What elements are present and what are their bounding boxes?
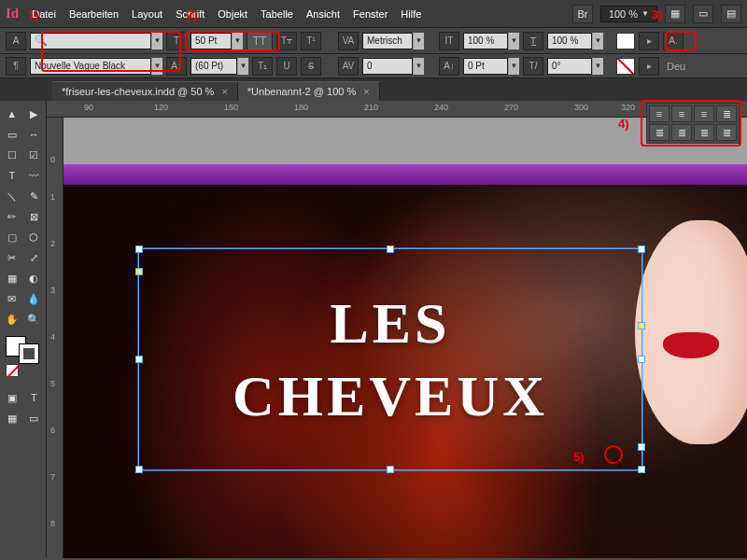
justify-left-icon[interactable]: ≣ — [649, 124, 669, 141]
note-tool-icon[interactable]: ✉ — [2, 289, 22, 308]
hand-tool-icon[interactable]: ✋ — [2, 310, 22, 329]
skew-arrow[interactable]: ▼ — [592, 58, 603, 75]
all-caps-button[interactable]: TT — [247, 32, 273, 50]
align-right-icon[interactable]: ≡ — [694, 105, 714, 122]
vscale-field[interactable]: 100 % — [463, 33, 508, 49]
doc-tab-1[interactable]: *friseur-les-cheveux.indd @ 50 %× — [52, 81, 238, 101]
underline-icon[interactable]: U — [276, 57, 297, 76]
zoom-tool-icon[interactable]: 🔍 — [24, 310, 45, 329]
frame-handle[interactable] — [135, 245, 143, 253]
rectangle-tool-icon[interactable]: ▢ — [2, 228, 22, 246]
close-tab-icon[interactable]: × — [221, 86, 227, 97]
type-on-path-icon[interactable]: 〰 — [24, 166, 45, 185]
frame-handle[interactable] — [135, 466, 143, 473]
text-frame[interactable]: LES CHEVEUX — [138, 248, 642, 470]
type-tool-icon[interactable]: T — [2, 166, 22, 185]
content-placer-icon[interactable]: ☑ — [24, 146, 45, 164]
stroke-color-swatch[interactable] — [616, 58, 635, 75]
char-formats-icon[interactable]: A. — [663, 32, 684, 50]
in-port[interactable] — [135, 268, 143, 275]
zoom-level[interactable]: 100 %▼ — [600, 6, 657, 22]
pasteboard[interactable]: LES CHEVEUX — [63, 118, 747, 558]
apply-color-icon[interactable]: ▣ — [2, 388, 22, 407]
scissors-tool-icon[interactable]: ✂ — [2, 248, 22, 267]
pen-tool-icon[interactable]: ✎ — [24, 187, 45, 205]
paragraph-mode-icon[interactable]: ¶ — [6, 57, 26, 76]
small-caps-icon[interactable]: Tᴛ — [276, 32, 297, 50]
hscale-arrow[interactable]: ▼ — [592, 33, 603, 49]
eyedropper-tool-icon[interactable]: 💧 — [24, 289, 45, 308]
menu-objekt[interactable]: Objekt — [218, 8, 247, 20]
fill-color-swatch[interactable] — [616, 33, 635, 49]
menu-fenster[interactable]: Fenster — [353, 8, 388, 20]
preview-view-icon[interactable]: ▭ — [24, 409, 45, 427]
page-tool-icon[interactable]: ▭ — [2, 125, 22, 144]
leading-arrow[interactable]: ▼ — [237, 58, 248, 75]
justify-right-icon[interactable]: ≣ — [694, 124, 714, 141]
character-mode-icon[interactable]: A — [6, 32, 26, 50]
menu-ansicht[interactable]: Ansicht — [306, 8, 340, 20]
skew-field[interactable]: 0° — [547, 58, 592, 75]
fill-flyout-icon[interactable]: ▸ — [639, 32, 659, 50]
document-page[interactable]: LES CHEVEUX — [63, 164, 747, 558]
fill-stroke-swatch[interactable] — [6, 336, 39, 364]
subscript-icon[interactable]: T₁ — [252, 57, 273, 76]
menu-layout[interactable]: Layout — [132, 8, 162, 20]
out-port[interactable] — [638, 443, 645, 451]
justify-all-icon[interactable]: ≣ — [716, 105, 737, 122]
language-label[interactable]: Deu — [667, 61, 685, 72]
view-options-icon[interactable]: ▦ — [665, 5, 685, 23]
align-left-icon[interactable]: ≡ — [649, 105, 669, 122]
tracking-field[interactable]: 0 — [362, 58, 413, 75]
font-style-arrow[interactable]: ▼ — [151, 58, 162, 75]
font-family-field[interactable]: 🔍Nouvelle Vague — [30, 33, 151, 49]
vscale-arrow[interactable]: ▼ — [508, 33, 519, 49]
canvas-area[interactable]: 90 120 150 180 210 240 270 300 320 350 0… — [47, 101, 747, 558]
doc-tab-2[interactable]: *Unbenannt-2 @ 100 %× — [238, 81, 380, 101]
ruler-horizontal[interactable]: 90 120 150 180 210 240 270 300 320 350 — [47, 101, 747, 118]
baseline-field[interactable]: 0 Pt — [463, 58, 508, 75]
menu-hilfe[interactable]: Hilfe — [401, 8, 421, 20]
free-transform-icon[interactable]: ⤢ — [24, 248, 45, 267]
normal-view-icon[interactable]: ▦ — [2, 409, 22, 427]
align-center-icon[interactable]: ≡ — [671, 105, 692, 122]
selection-tool-icon[interactable]: ▲ — [2, 105, 22, 123]
rectangle-frame-icon[interactable]: ⊠ — [24, 207, 45, 226]
font-style-field[interactable]: Nouvelle Vague Black — [30, 58, 151, 75]
frame-handle[interactable] — [638, 245, 645, 253]
menu-bearbeiten[interactable]: Bearbeiten — [69, 8, 119, 20]
font-size-field[interactable]: 50 Pt — [190, 33, 232, 49]
justify-center-icon[interactable]: ≣ — [671, 124, 692, 141]
text-content[interactable]: LES CHEVEUX — [139, 249, 641, 469]
pencil-tool-icon[interactable]: ✏ — [2, 207, 22, 226]
line-tool-icon[interactable]: ＼ — [2, 187, 22, 205]
kerning-field[interactable]: Metrisch — [362, 33, 413, 49]
frame-handle[interactable] — [387, 466, 394, 473]
strikethrough-icon[interactable]: S̶ — [301, 57, 321, 76]
leading-field[interactable]: (60 Pt) — [190, 58, 237, 75]
direct-selection-tool-icon[interactable]: ▶ — [24, 105, 45, 123]
screen-mode-icon[interactable]: ▭ — [693, 5, 713, 23]
ruler-vertical[interactable]: 0 1 2 3 4 5 6 7 8 — [47, 118, 63, 558]
frame-handle[interactable] — [135, 356, 143, 363]
font-size-arrow[interactable]: ▼ — [232, 33, 243, 49]
stroke-flyout-icon[interactable]: ▸ — [639, 57, 659, 76]
polygon-tool-icon[interactable]: ⬡ — [24, 228, 45, 246]
frame-handle[interactable] — [638, 322, 645, 329]
content-collector-icon[interactable]: ☐ — [2, 146, 22, 164]
arrange-icon[interactable]: ▤ — [721, 5, 741, 23]
frame-handle[interactable] — [387, 245, 394, 253]
tracking-arrow[interactable]: ▼ — [413, 58, 424, 75]
hscale-field[interactable]: 100 % — [547, 33, 592, 49]
kerning-arrow[interactable]: ▼ — [413, 33, 424, 49]
justify-full-icon[interactable]: ≣ — [716, 124, 737, 141]
superscript-icon[interactable]: T¹ — [301, 32, 321, 50]
frame-handle[interactable] — [638, 466, 645, 473]
gap-tool-icon[interactable]: ↔ — [24, 125, 45, 144]
bridge-button[interactable]: Br — [572, 5, 593, 23]
gradient-swatch-icon[interactable]: ▦ — [2, 269, 22, 287]
apply-text-icon[interactable]: T — [24, 388, 45, 407]
menu-tabelle[interactable]: Tabelle — [261, 8, 293, 20]
close-tab-icon[interactable]: × — [363, 86, 369, 97]
baseline-arrow[interactable]: ▼ — [508, 58, 519, 75]
